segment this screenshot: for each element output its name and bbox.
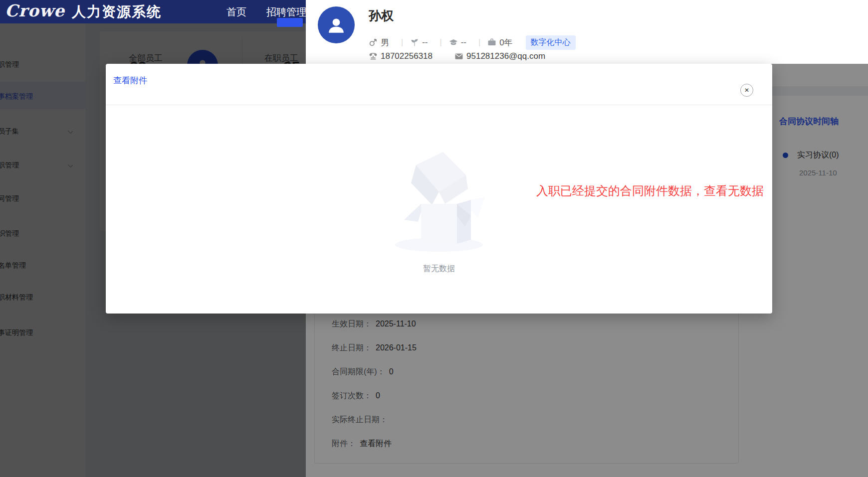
employee-meta-row: 男 | -- | -- | 0年 数字化中心 — [369, 35, 576, 50]
avatar — [318, 6, 355, 43]
nav-item-home[interactable]: 首页 — [226, 5, 246, 19]
mail-icon — [454, 52, 463, 61]
native-place-value: -- — [422, 37, 428, 47]
top-navbar: Crowe 人力资源系统 首页 招聘管理 — [0, 0, 306, 23]
app-title: 人力资源系统 — [72, 2, 162, 21]
view-attachment-modal: 查看附件 ✕ 暂无数据 入职已经提交的合同附件数据，查看无数据 — [106, 64, 772, 314]
phone-item: 18702256318 — [369, 51, 433, 61]
no-data-warning-text: 入职已经提交的合同附件数据，查看无数据 — [536, 183, 764, 199]
male-icon — [369, 38, 378, 47]
nav-active-indicator — [277, 18, 303, 27]
seniority-item: 0年 — [487, 37, 512, 48]
education-value: -- — [461, 37, 466, 47]
meta-separator: | — [478, 38, 480, 47]
employee-name: 孙权 — [369, 7, 394, 24]
person-icon — [326, 14, 347, 35]
modal-title: 查看附件 — [113, 75, 147, 86]
gender-value: 男 — [381, 37, 389, 48]
meta-separator: | — [401, 38, 403, 47]
education-item: -- — [449, 37, 466, 47]
brand-logo: Crowe — [5, 1, 65, 20]
close-icon[interactable]: ✕ — [740, 84, 753, 97]
nav-item-recruit[interactable]: 招聘管理 — [266, 5, 306, 19]
gender-item: 男 — [369, 37, 389, 48]
modal-header-divider — [106, 105, 772, 105]
department-badge: 数字化中心 — [526, 35, 576, 50]
empty-state-text: 暂无数据 — [393, 264, 485, 274]
phone-value: 18702256318 — [381, 51, 433, 61]
native-place-item: -- — [410, 37, 428, 47]
branch-icon — [410, 38, 419, 47]
empty-box-illustration — [393, 146, 485, 253]
email-item: 951281236@qq.com — [454, 51, 545, 61]
brand: Crowe 人力资源系统 — [5, 1, 162, 21]
briefcase-icon — [487, 38, 496, 47]
meta-separator: | — [439, 38, 441, 47]
phone-icon — [369, 52, 378, 61]
email-value: 951281236@qq.com — [466, 51, 545, 61]
app-root: 全部员工 22 在职员工 25 职管理 事档案管理 员子集 职管理 同管理 织管… — [0, 0, 868, 477]
graduation-cap-icon — [449, 38, 458, 47]
employee-contact-row: 18702256318 951281236@qq.com — [369, 51, 567, 61]
empty-state: 暂无数据 — [393, 146, 485, 274]
seniority-value: 0年 — [499, 37, 512, 48]
